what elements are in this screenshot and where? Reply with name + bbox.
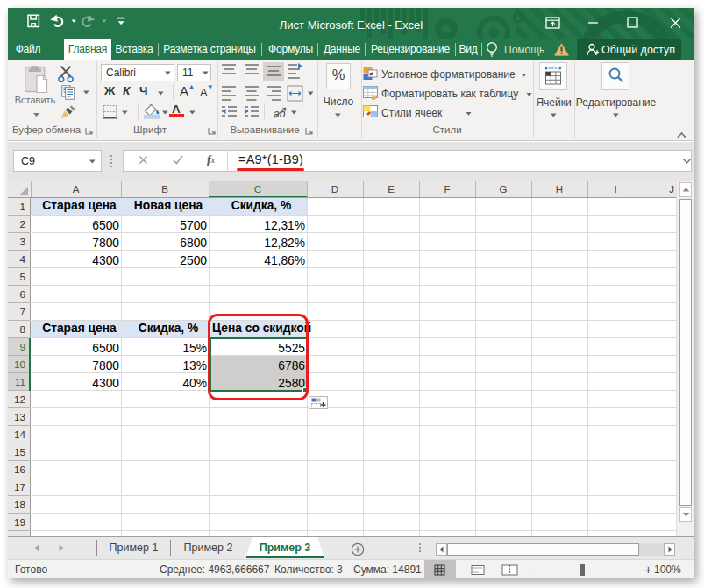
- svg-text:≠: ≠: [370, 70, 374, 78]
